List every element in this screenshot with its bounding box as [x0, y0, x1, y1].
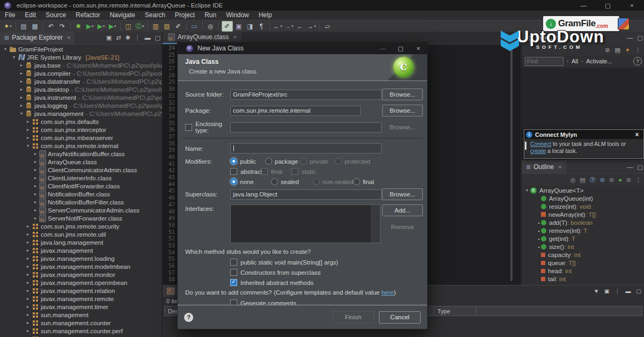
minimize-icon[interactable]: ▬	[626, 289, 631, 294]
tree-item[interactable]: ▸ NotificationBuffer.class	[0, 190, 162, 198]
tree-item[interactable]: ▸ javax.management.relation	[0, 287, 162, 295]
create-link[interactable]: create	[530, 148, 546, 154]
expander-icon[interactable]: ▾	[524, 188, 530, 193]
modifier-option[interactable]: package	[265, 158, 300, 165]
categorized-icon[interactable]: ✦	[625, 47, 630, 53]
package-browse-button[interactable]: Browse...	[382, 105, 423, 116]
show-whitespace-icon[interactable]: ¶	[257, 21, 267, 31]
stub-option[interactable]: public static void main(String[] args)	[230, 259, 423, 266]
stub-option[interactable]: Constructors from superclass	[230, 269, 423, 276]
save-icon[interactable]: ▤	[19, 21, 29, 31]
new-java-class-icon[interactable]: Ⓒ▾	[135, 21, 145, 31]
tree-item[interactable]: ▸ com.sun.jmx.remote.util	[0, 230, 162, 238]
expander-icon[interactable]: ▸	[32, 151, 39, 156]
toolbar-button[interactable]	[218, 23, 219, 30]
tree-item[interactable]: ▸ javax.management.monitor	[0, 270, 162, 279]
tree-item[interactable]: ▸ javax.management.timer	[0, 303, 162, 311]
menu-navigate[interactable]: Navigate	[105, 11, 140, 20]
radio-icon[interactable]	[353, 178, 360, 185]
modifier-option[interactable]: private	[300, 158, 335, 165]
search-icon[interactable]: ◎	[206, 21, 216, 31]
tree-item[interactable]: ▸ java.datatransfer - C:\Users\MohamedPC…	[0, 77, 162, 85]
tree-item[interactable]: ▸ sun.management.counter.perf	[0, 327, 162, 335]
tree-item[interactable]: ▸ javax.management.openmbean	[0, 279, 162, 287]
source-folder-browse-button[interactable]: Browse...	[382, 89, 423, 100]
sort-icon[interactable]: Ⓟ	[590, 177, 596, 183]
tree-item[interactable]: ▸ java.base - C:\Users\MohamedPC\.p2\poo…	[0, 61, 162, 69]
format-brush-icon[interactable]: ✐	[173, 21, 184, 31]
open-task-icon[interactable]: ▣	[234, 21, 244, 31]
expander-icon[interactable]: ▸	[25, 264, 31, 269]
expander-icon[interactable]: ▾	[2, 47, 9, 52]
modifier-option[interactable]: none	[230, 178, 271, 185]
help-icon[interactable]: ?	[633, 57, 642, 65]
checkbox-icon[interactable]	[230, 259, 237, 266]
expander-icon[interactable]: ▸	[18, 103, 25, 108]
column-type[interactable]: Type	[434, 306, 476, 316]
tree-item[interactable]: ▸ com.sun.jmx.remote.security	[0, 222, 162, 230]
close-icon[interactable]: ×	[233, 34, 236, 40]
hide-fields-icon[interactable]: ⊘	[600, 177, 605, 183]
expander-icon[interactable]: ▸	[32, 216, 39, 221]
outline-member-item[interactable]: newArray(int) : T[]	[522, 210, 644, 218]
expander-icon[interactable]: ▸	[32, 192, 39, 196]
expander-icon[interactable]: ▸	[25, 256, 31, 261]
group-icon[interactable]: ▣	[604, 289, 609, 294]
activate-link[interactable]: Activate...	[586, 58, 612, 64]
collapse-all-icon[interactable]: ▤	[580, 177, 585, 183]
radio-icon[interactable]	[271, 178, 278, 185]
outline-member-item[interactable]: ▴ size() : int	[522, 243, 644, 251]
tree-item[interactable]: ▸ ClientListenerInfo.class	[0, 174, 162, 182]
toolbar-button[interactable]	[43, 23, 43, 30]
collapse-all-icon[interactable]: ▤	[614, 47, 620, 53]
editor-scrollbar[interactable]	[510, 46, 513, 281]
close-icon[interactable]: ×	[558, 164, 561, 170]
tree-item[interactable]: ▸ java.instrument - C:\Users\MohamedPC\.…	[0, 93, 162, 101]
maximize-icon[interactable]: ▢	[155, 35, 160, 41]
radio-icon[interactable]	[230, 178, 237, 185]
radio-icon[interactable]	[265, 158, 272, 165]
modifier-option[interactable]: static	[291, 168, 322, 175]
expander-icon[interactable]: ▸	[25, 240, 31, 245]
minimize-icon[interactable]: ▬	[145, 35, 151, 41]
tree-item[interactable]: ▸ javax.management.remote	[0, 295, 162, 303]
modifier-option[interactable]: sealed	[271, 178, 313, 185]
view-menu-icon[interactable]: ⋮	[635, 177, 641, 183]
compare-icon[interactable]: ◨	[245, 21, 255, 31]
find-input[interactable]	[525, 57, 564, 66]
expander-icon[interactable]: ▸	[25, 232, 31, 237]
expander-icon[interactable]: ▸	[25, 328, 31, 333]
focus-icon[interactable]: ✱	[125, 35, 130, 41]
close-icon[interactable]: ×	[564, 34, 567, 41]
expander-icon[interactable]: ▾	[11, 55, 17, 60]
tree-item[interactable]: ▸ sun.management.spi	[0, 335, 162, 337]
perspective-icon[interactable]	[618, 18, 630, 30]
tree-item[interactable]: ▸ com.sun.jmx.mbeanserver	[0, 134, 162, 142]
class-name-field[interactable]	[230, 143, 382, 153]
focus-icon[interactable]: ◎	[570, 177, 576, 183]
toolbar-button[interactable]	[186, 23, 187, 30]
toolbar-button[interactable]	[148, 23, 148, 30]
outline-root-item[interactable]: ▾ C ArrayQueue<T>	[522, 186, 644, 194]
package-field[interactable]: com.sun.jmx.remote.internal	[230, 106, 361, 116]
menu-source[interactable]: Source	[41, 11, 71, 20]
checkbox-icon[interactable]	[261, 168, 268, 175]
expander-icon[interactable]: ▸	[32, 175, 39, 180]
dialog-maximize-button[interactable]: ▢	[392, 42, 409, 54]
checkbox-icon[interactable]	[230, 279, 237, 286]
outline-member-item[interactable]: queue : T[]	[522, 259, 644, 267]
tree-item[interactable]: ▾ JRE System Library [JavaSE-21]	[0, 53, 162, 61]
checkbox-icon[interactable]	[230, 269, 237, 276]
tree-item[interactable]: ▸ javax.management.modelmbean	[0, 262, 162, 270]
expander-icon[interactable]: ▸	[25, 296, 31, 301]
tree-item[interactable]: ▸ sun.management.counter	[0, 319, 162, 327]
close-icon[interactable]: ×	[632, 131, 642, 138]
outline-member-item[interactable]: head : int	[522, 267, 644, 275]
tree-item[interactable]: ▸ java.logging - C:\Users\MohamedPC\.p2\…	[0, 101, 162, 109]
view-menu-icon[interactable]: ⋮	[635, 47, 641, 53]
maximize-icon[interactable]: ▢	[636, 289, 641, 294]
open-folder-icon[interactable]: ▥	[151, 21, 161, 31]
new-wizard-icon[interactable]: ✦▾	[3, 21, 13, 31]
modifier-option[interactable]: public	[230, 158, 265, 165]
tree-item[interactable]: ▸ ClientNotifForwarder.class	[0, 182, 162, 190]
